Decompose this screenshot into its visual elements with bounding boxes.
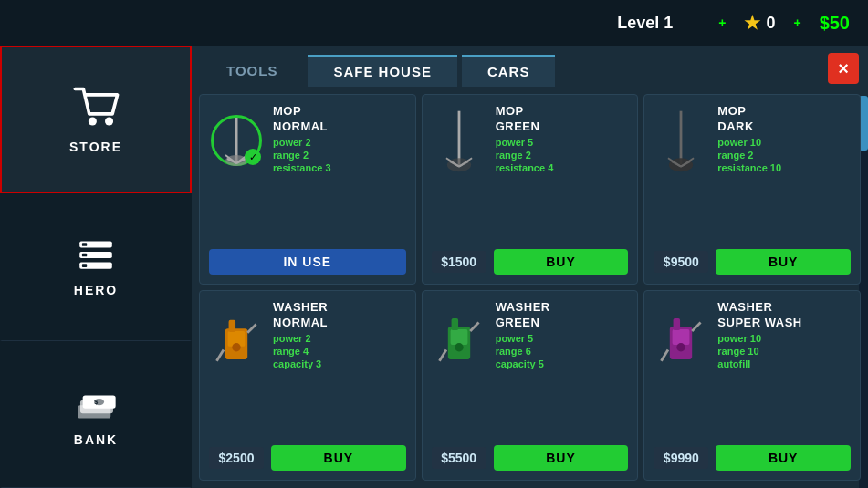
plus-icon-1: +: [718, 16, 726, 30]
star-icon: ★: [744, 12, 760, 34]
mop-dark-price: $9500: [654, 251, 708, 273]
money-currency: $50: [820, 13, 850, 34]
svg-line-41: [439, 349, 446, 360]
svg-rect-39: [451, 317, 458, 329]
mop-normal-info: MOP NORMAL power 2 range 2 resistance 3: [273, 104, 331, 244]
washer-green-image: [432, 300, 486, 373]
washer-green-action: $5500 BUY: [432, 445, 629, 471]
sidebar-item-bank[interactable]: $ BANK: [0, 341, 192, 488]
mop-green-info: MOP GREEN power 5 range 2 resistance 4: [496, 104, 554, 244]
svg-rect-6: [82, 254, 87, 257]
mop-dark-action: $9500 BUY: [654, 249, 851, 275]
store-label: STORE: [69, 140, 122, 154]
svg-rect-33: [229, 319, 236, 331]
washer-green-price: $5500: [432, 447, 486, 469]
item-washer-green: WASHER GREEN power 5 range 6 capacity 5 …: [422, 290, 639, 481]
svg-line-35: [216, 349, 224, 360]
washer-green-buy-button[interactable]: BUY: [494, 445, 629, 471]
mop-green-name: MOP GREEN: [496, 104, 554, 135]
item-mop-green: MOP GREEN power 5 range 2 resistance 4 $…: [422, 94, 639, 285]
item-mop-dark: MOP DARK power 10 range 2 resistance 10 …: [643, 94, 861, 285]
washer-superwash-action: $9990 BUY: [654, 445, 851, 471]
washer-green-name: WASHER GREEN: [496, 300, 550, 331]
mop-green-action: $1500 BUY: [432, 249, 629, 275]
washer-superwash-price: $9990: [654, 447, 708, 469]
in-use-button[interactable]: IN USE: [209, 249, 406, 275]
mop-normal-stat2: range 2: [273, 150, 331, 161]
washer-green-stat1: power 5: [496, 333, 550, 344]
level-label: Level 1: [617, 14, 673, 33]
main-content: TOOLS SAFE HOUSE CARS ×: [192, 46, 868, 488]
svg-text:$: $: [94, 399, 98, 407]
washer-green-info: WASHER GREEN power 5 range 6 capacity 5: [496, 300, 550, 440]
top-bar: Level 1 + ★ 0 + $50: [0, 0, 868, 46]
washer-normal-stat1: power 2: [273, 333, 328, 344]
plus-icon-2: +: [793, 16, 800, 30]
svg-line-34: [247, 324, 256, 332]
sidebar-item-hero[interactable]: HERO: [0, 193, 192, 340]
washer-superwash-image: [654, 300, 708, 373]
item-mop-normal: MOP NORMAL power 2 range 2 resistance 3 …: [199, 94, 416, 285]
washer-superwash-buy-button[interactable]: BUY: [716, 445, 851, 471]
mop-green-image: [432, 104, 486, 177]
star-currency: ★ 0: [744, 12, 775, 34]
washer-normal-stat3: capacity 3: [273, 358, 328, 369]
tab-safe-house[interactable]: SAFE HOUSE: [308, 55, 457, 87]
mop-dark-stat1: power 10: [717, 137, 781, 148]
cart-icon: [68, 85, 123, 134]
bank-icon: $: [71, 382, 121, 427]
svg-rect-7: [82, 265, 87, 268]
washer-superwash-stat3: autofill: [717, 358, 801, 369]
mop-green-buy-button[interactable]: BUY: [494, 249, 629, 275]
washer-superwash-info: WASHER SUPER WASH power 10 range 10 auto…: [717, 300, 801, 440]
bank-label: BANK: [74, 432, 118, 447]
mop-green-stat3: resistance 4: [496, 162, 554, 173]
sidebar-item-store[interactable]: STORE: [0, 46, 192, 193]
svg-point-48: [677, 343, 685, 351]
tab-cars[interactable]: CARS: [462, 55, 556, 87]
washer-superwash-stat1: power 10: [717, 333, 801, 344]
items-grid: MOP NORMAL power 2 range 2 resistance 3 …: [192, 87, 868, 488]
svg-rect-45: [674, 317, 681, 329]
svg-point-42: [455, 343, 463, 351]
star-count: 0: [766, 14, 775, 33]
washer-normal-info: WASHER NORMAL power 2 range 4 capacity 3: [273, 300, 328, 440]
svg-point-0: [89, 118, 97, 126]
svg-rect-44: [673, 329, 690, 345]
tab-tools[interactable]: TOOLS: [201, 56, 303, 86]
mop-normal-image: [209, 104, 264, 177]
washer-normal-stat2: range 4: [273, 346, 328, 357]
washer-green-stat2: range 6: [496, 346, 550, 357]
hero-icon: [73, 237, 119, 277]
mop-green-stat2: range 2: [496, 150, 554, 161]
mop-dark-buy-button[interactable]: BUY: [716, 249, 851, 275]
svg-point-1: [105, 118, 113, 126]
hero-label: HERO: [74, 283, 118, 297]
mop-normal-action: IN USE: [209, 249, 406, 275]
sidebar: STORE HERO $ BANK: [0, 46, 192, 488]
item-washer-superwash: WASHER SUPER WASH power 10 range 10 auto…: [643, 290, 861, 481]
svg-line-40: [470, 322, 478, 330]
mop-normal-stat3: resistance 3: [273, 162, 331, 173]
svg-line-46: [693, 322, 701, 330]
washer-normal-action: $2500 BUY: [209, 445, 406, 471]
svg-line-47: [662, 349, 669, 360]
washer-green-stat3: capacity 5: [496, 358, 550, 369]
mop-dark-name: MOP DARK: [717, 104, 781, 135]
washer-superwash-name: WASHER SUPER WASH: [717, 300, 801, 331]
svg-point-36: [232, 343, 240, 351]
mop-normal-name: MOP NORMAL: [273, 104, 331, 135]
washer-normal-price: $2500: [209, 447, 264, 469]
tab-bar: TOOLS SAFE HOUSE CARS ×: [192, 46, 868, 87]
mop-dark-stat3: resistance 10: [717, 162, 781, 173]
money-label: $50: [820, 13, 850, 34]
close-button[interactable]: ×: [828, 53, 859, 84]
washer-superwash-stat2: range 10: [717, 346, 801, 357]
mop-green-price: $1500: [432, 251, 486, 273]
svg-rect-38: [450, 329, 467, 345]
washer-normal-buy-button[interactable]: BUY: [271, 445, 406, 471]
mop-normal-stat1: power 2: [273, 137, 331, 148]
mop-dark-info: MOP DARK power 10 range 2 resistance 10: [717, 104, 781, 244]
item-washer-normal: WASHER NORMAL power 2 range 4 capacity 3…: [199, 290, 416, 481]
svg-rect-5: [82, 244, 87, 247]
